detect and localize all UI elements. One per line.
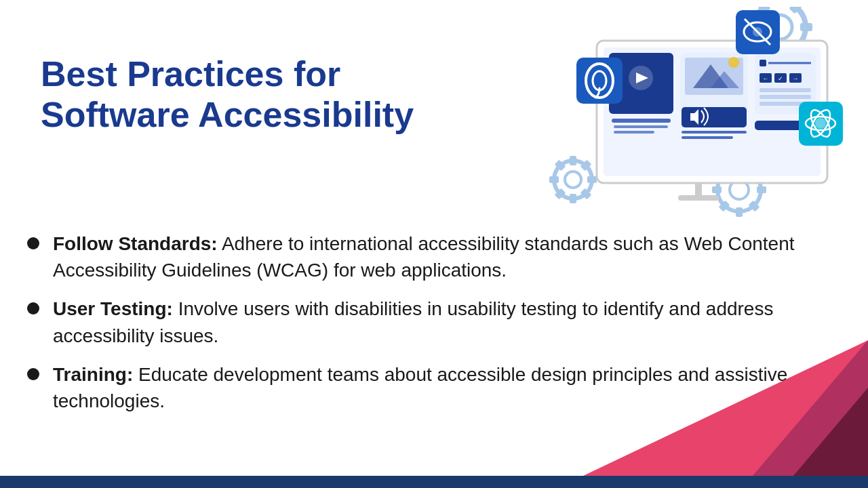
svg-rect-23 xyxy=(736,207,743,217)
svg-rect-39 xyxy=(614,131,654,134)
bullet-text-1: Follow Standards: Adhere to internationa… xyxy=(53,230,841,283)
bullet-dot-3 xyxy=(27,368,39,380)
svg-rect-24 xyxy=(757,186,766,193)
decorative-triangles xyxy=(583,340,868,476)
svg-rect-4 xyxy=(800,23,812,31)
bullet-dot-2 xyxy=(27,302,39,314)
bullet-label-1: Follow Standards: xyxy=(53,233,218,254)
svg-text:←: ← xyxy=(763,75,769,82)
illustration: ← ✓ → xyxy=(536,7,848,230)
bullet-label-2: User Testing: xyxy=(53,298,173,319)
svg-text:→: → xyxy=(793,75,799,82)
svg-rect-15 xyxy=(549,176,559,183)
bullet-dot-1 xyxy=(27,237,39,249)
svg-point-11 xyxy=(565,171,581,188)
svg-rect-14 xyxy=(587,176,597,183)
svg-rect-37 xyxy=(612,119,671,123)
svg-rect-12 xyxy=(570,156,576,165)
svg-rect-31 xyxy=(695,183,702,197)
svg-point-70 xyxy=(815,118,826,129)
slide: Best Practices for Software Accessibilit… xyxy=(0,0,868,488)
triangle-darkest xyxy=(793,388,868,476)
svg-rect-58 xyxy=(760,88,811,92)
bottom-bar xyxy=(0,476,868,488)
svg-rect-47 xyxy=(682,131,747,134)
bullet-label-3: Training: xyxy=(53,364,133,385)
svg-text:✓: ✓ xyxy=(778,75,783,82)
svg-rect-50 xyxy=(760,60,766,66)
svg-rect-59 xyxy=(760,95,811,99)
svg-rect-25 xyxy=(712,186,722,193)
svg-rect-48 xyxy=(682,136,733,139)
svg-point-44 xyxy=(728,57,739,68)
bullet-item-1: Follow Standards: Adhere to internationa… xyxy=(27,230,841,283)
svg-rect-38 xyxy=(614,125,668,128)
slide-title: Best Practices for Software Accessibilit… xyxy=(41,54,448,136)
svg-rect-32 xyxy=(678,195,719,201)
svg-rect-13 xyxy=(570,194,576,203)
